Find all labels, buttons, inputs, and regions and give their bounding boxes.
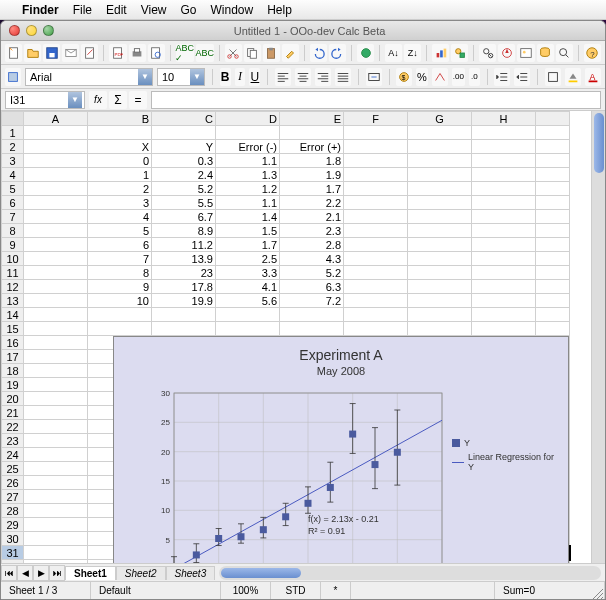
horizontal-scrollbar[interactable] <box>219 566 601 580</box>
gallery-icon[interactable] <box>517 44 534 62</box>
bg-color-icon[interactable] <box>565 68 581 86</box>
sheet-nav-prev[interactable]: ◀ <box>17 565 33 581</box>
sheet-tab-2[interactable]: Sheet2 <box>116 566 166 580</box>
svg-rect-2 <box>49 53 54 57</box>
sheet-tab-1[interactable]: Sheet1 <box>65 566 116 580</box>
italic-button[interactable]: I <box>235 68 246 86</box>
insert-chart-icon[interactable] <box>432 44 449 62</box>
font-size-dropdown[interactable]: ▼ <box>157 68 205 86</box>
svg-rect-97 <box>305 500 312 507</box>
svg-rect-77 <box>193 551 200 558</box>
svg-rect-16 <box>270 47 274 50</box>
paste-icon[interactable] <box>263 44 280 62</box>
svg-rect-26 <box>521 48 532 57</box>
bold-button[interactable]: B <box>220 68 231 86</box>
hyperlink-icon[interactable] <box>357 44 374 62</box>
svg-rect-20 <box>443 48 446 57</box>
svg-rect-101 <box>327 484 334 491</box>
svg-text:R² = 0.91: R² = 0.91 <box>308 526 345 536</box>
print-preview-icon[interactable] <box>148 44 165 62</box>
format-paintbrush-icon[interactable] <box>282 44 299 62</box>
align-right-icon[interactable] <box>315 68 331 86</box>
align-left-icon[interactable] <box>275 68 291 86</box>
align-center-icon[interactable] <box>295 68 311 86</box>
resize-handle[interactable] <box>591 585 603 597</box>
sheet-tab-3[interactable]: Sheet3 <box>166 566 216 580</box>
email-icon[interactable] <box>62 44 79 62</box>
svg-rect-8 <box>134 48 139 52</box>
redo-icon[interactable] <box>329 44 346 62</box>
font-name-dropdown[interactable]: ▼ <box>25 68 153 86</box>
spellcheck-icon[interactable]: ABC✓ <box>176 44 194 62</box>
percent-icon[interactable]: % <box>416 68 428 86</box>
font-name-input[interactable] <box>26 69 138 85</box>
decrease-indent-icon[interactable] <box>494 68 510 86</box>
font-name-dropdown-button[interactable]: ▼ <box>138 69 152 85</box>
currency-icon[interactable]: $ <box>396 68 412 86</box>
chart-subtitle: May 2008 <box>120 365 562 377</box>
svg-rect-14 <box>250 50 256 58</box>
menu-window[interactable]: Window <box>211 3 254 17</box>
vertical-scrollbar[interactable] <box>591 111 605 563</box>
formula-input[interactable] <box>151 91 601 109</box>
merge-cells-icon[interactable] <box>366 68 382 86</box>
sheet-nav-first[interactable]: ⏮ <box>1 565 17 581</box>
menu-view[interactable]: View <box>141 3 167 17</box>
sort-asc-icon[interactable]: A↓ <box>385 44 402 62</box>
save-icon[interactable] <box>43 44 60 62</box>
font-size-input[interactable] <box>158 69 190 85</box>
open-doc-icon[interactable] <box>24 44 41 62</box>
edit-doc-icon[interactable] <box>81 44 98 62</box>
sort-desc-icon[interactable]: Z↓ <box>404 44 421 62</box>
menu-file[interactable]: File <box>73 3 92 17</box>
help-icon[interactable]: ? <box>584 44 601 62</box>
cell-reference-input[interactable] <box>6 92 68 108</box>
underline-button[interactable]: U <box>249 68 260 86</box>
increase-indent-icon[interactable] <box>514 68 530 86</box>
horizontal-scroll-thumb[interactable] <box>221 568 301 578</box>
undo-icon[interactable] <box>310 44 327 62</box>
zoom-icon[interactable] <box>556 44 573 62</box>
data-sources-icon[interactable] <box>537 44 554 62</box>
sheet-tabs-row: ⏮ ◀ ▶ ⏭ Sheet1 Sheet2 Sheet3 <box>1 563 605 581</box>
standard-format-icon[interactable] <box>432 68 448 86</box>
function-wizard-button[interactable]: fx <box>89 91 107 109</box>
sheet-scroll[interactable]: ABCDEFGH12XYError (-)Error (+)300.31.11.… <box>1 111 591 563</box>
cell-reference-box[interactable]: ▼ <box>5 91 85 109</box>
close-window-button[interactable] <box>9 25 20 36</box>
font-color-icon[interactable]: A <box>585 68 601 86</box>
del-decimal-icon[interactable]: .0 <box>469 68 480 86</box>
cell-reference-dropdown-button[interactable]: ▼ <box>68 92 82 108</box>
sheet-nav-next[interactable]: ▶ <box>33 565 49 581</box>
vertical-scroll-thumb[interactable] <box>594 113 604 173</box>
add-decimal-icon[interactable]: .00 <box>452 68 465 86</box>
align-justify-icon[interactable] <box>335 68 351 86</box>
status-zoom[interactable]: 100% <box>221 582 271 599</box>
chart-object[interactable]: Experiment A May 2008 051015202530024681… <box>113 336 569 563</box>
show-draw-icon[interactable] <box>451 44 468 62</box>
font-size-dropdown-button[interactable]: ▼ <box>190 69 204 85</box>
borders-icon[interactable] <box>545 68 561 86</box>
menu-go[interactable]: Go <box>181 3 197 17</box>
styles-icon[interactable] <box>5 68 21 86</box>
zoom-window-button[interactable] <box>43 25 54 36</box>
find-replace-icon[interactable] <box>479 44 496 62</box>
cut-icon[interactable] <box>225 44 242 62</box>
export-pdf-icon[interactable]: PDF <box>109 44 126 62</box>
autospell-icon[interactable]: ABC <box>196 44 214 62</box>
status-mode[interactable]: STD <box>271 582 321 599</box>
svg-text:PDF: PDF <box>114 51 123 56</box>
copy-icon[interactable] <box>244 44 261 62</box>
new-doc-icon[interactable] <box>5 44 22 62</box>
menu-help[interactable]: Help <box>267 3 292 17</box>
print-icon[interactable] <box>129 44 146 62</box>
sum-button[interactable]: Σ <box>109 91 127 109</box>
menu-edit[interactable]: Edit <box>106 3 127 17</box>
svg-rect-113 <box>394 449 401 456</box>
menu-finder[interactable]: Finder <box>22 3 59 17</box>
status-sum[interactable]: Sum=0 <box>495 582 605 599</box>
minimize-window-button[interactable] <box>26 25 37 36</box>
sheet-nav-last[interactable]: ⏭ <box>49 565 65 581</box>
function-button[interactable]: = <box>129 91 147 109</box>
navigator-icon[interactable] <box>498 44 515 62</box>
